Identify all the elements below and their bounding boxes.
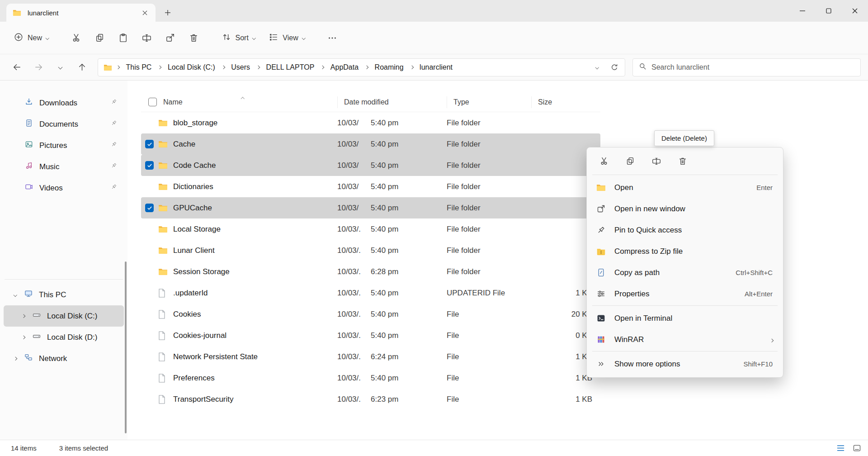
breadcrumb-this-pc[interactable]: This PC <box>122 61 156 74</box>
pin-icon <box>110 162 118 171</box>
column-header-type[interactable]: Type <box>447 96 531 108</box>
maximize-button[interactable] <box>816 0 842 22</box>
menu-item-winrar[interactable]: WinRAR <box>589 329 781 350</box>
folder-icon <box>158 119 169 128</box>
menu-item-open-in-new-window[interactable]: Open in new window <box>589 198 781 219</box>
breadcrumb-dell-laptop[interactable]: DELL LAPTOP <box>262 61 319 74</box>
sidebar-item-documents[interactable]: Documents <box>4 114 124 135</box>
column-header-size[interactable]: Size <box>531 96 600 108</box>
menu-item-pin-to-quick-access[interactable]: Pin to Quick access <box>589 219 781 241</box>
sidebar-item-label: Pictures <box>39 141 67 150</box>
sidebar-item-this-pc[interactable]: This PC <box>4 284 124 305</box>
file-row[interactable]: blob_storage 10/03/5:40 pm File folder <box>141 112 600 133</box>
sidebar-item-local-disk-c[interactable]: Local Disk (C:) <box>4 305 124 327</box>
new-button[interactable]: New <box>8 28 54 48</box>
chevron-right-icon[interactable] <box>21 336 26 339</box>
copy-button[interactable] <box>90 28 110 48</box>
plus-circle-icon <box>14 32 24 44</box>
search-box[interactable] <box>632 58 861 76</box>
file-icon <box>158 331 169 340</box>
column-header-name[interactable]: Name <box>141 98 337 106</box>
recent-locations-button[interactable] <box>51 58 70 76</box>
chevron-right-icon[interactable] <box>21 315 26 318</box>
select-all-checkbox[interactable] <box>148 98 157 106</box>
breadcrumb-roaming[interactable]: Roaming <box>371 61 408 74</box>
back-button[interactable] <box>7 58 26 76</box>
sidebar-scrollbar[interactable] <box>125 261 127 433</box>
up-button[interactable] <box>72 58 91 76</box>
menu-divider <box>592 175 778 175</box>
winrar-icon <box>596 335 609 344</box>
menu-item-compress-to-zip[interactable]: Compress to Zip file <box>589 241 781 262</box>
sort-button[interactable]: Sort <box>216 28 261 48</box>
column-header-date-modified[interactable]: Date modified <box>337 96 447 108</box>
breadcrumb-lunarclient[interactable]: lunarclient <box>415 61 457 74</box>
delete-button[interactable] <box>184 28 204 48</box>
sidebar-item-music[interactable]: Music <box>4 156 124 177</box>
file-row[interactable]: Code Cache 10/03/5:40 pm File folder <box>141 155 600 176</box>
view-button[interactable]: View <box>263 28 310 48</box>
sidebar-item-pictures[interactable]: Pictures <box>4 135 124 156</box>
share-button[interactable] <box>160 28 181 48</box>
explorer-tab[interactable]: lunarclient <box>6 4 156 22</box>
details-view-toggle[interactable] <box>834 442 847 455</box>
sidebar-item-local-disk-d[interactable]: Local Disk (D:) <box>4 327 124 348</box>
network-icon <box>24 353 33 364</box>
file-row[interactable]: .updaterId 10/03/.5:40 pm UPDATERID File… <box>141 282 600 304</box>
close-button[interactable] <box>842 0 868 22</box>
copy-button[interactable] <box>619 152 641 170</box>
file-row[interactable]: Dictionaries 10/03/5:40 pm File folder <box>141 176 600 197</box>
status-bar: 14 items 3 items selected <box>0 440 868 456</box>
delete-button[interactable] <box>672 152 693 170</box>
new-tab-button[interactable] <box>160 5 175 20</box>
rename-button[interactable] <box>646 152 667 170</box>
breadcrumb-local-disk-c[interactable]: Local Disk (C:) <box>164 61 219 74</box>
properties-icon <box>596 289 609 299</box>
file-row[interactable]: Cookies-journal 10/03/.5:40 pm File 0 KB <box>141 325 600 346</box>
row-checkbox[interactable] <box>145 140 154 148</box>
menu-item-open[interactable]: Open Enter <box>589 177 781 198</box>
cut-button[interactable] <box>593 152 615 170</box>
file-row[interactable]: GPUCache 10/03/5:40 pm File folder <box>141 197 600 218</box>
paste-button[interactable] <box>113 28 134 48</box>
file-name: blob_storage <box>173 119 217 128</box>
search-input[interactable] <box>651 63 855 71</box>
row-checkbox[interactable] <box>145 161 154 170</box>
sidebar-item-videos[interactable]: Videos <box>4 177 124 199</box>
drive-icon <box>32 332 41 343</box>
chevron-right-icon[interactable] <box>13 357 18 360</box>
address-dropdown-button[interactable] <box>590 60 605 75</box>
view-icon <box>269 32 278 44</box>
file-row[interactable]: Cache 10/03/5:40 pm File folder <box>141 133 600 155</box>
minimize-button[interactable] <box>789 0 816 22</box>
file-row[interactable]: Lunar Client 10/03/.5:40 pm File folder <box>141 240 600 261</box>
file-row[interactable]: TransportSecurity 10/03/.6:23 pm File 1 … <box>141 389 600 410</box>
thumbnail-view-toggle[interactable] <box>850 442 863 455</box>
sidebar-item-downloads[interactable]: Downloads <box>4 92 124 114</box>
menu-item-open-in-terminal[interactable]: Open in Terminal <box>589 308 781 329</box>
sidebar-item-network[interactable]: Network <box>4 348 124 369</box>
chevron-down-icon[interactable] <box>13 294 18 296</box>
more-options-button[interactable] <box>322 28 343 48</box>
file-row[interactable]: Cookies 10/03/.5:40 pm File 20 KB <box>141 304 600 325</box>
file-row[interactable]: Network Persistent State 10/03/.6:24 pm … <box>141 346 600 367</box>
file-name: Local Storage <box>173 225 221 234</box>
breadcrumb-users[interactable]: Users <box>227 61 254 74</box>
menu-item-show-more-options[interactable]: Show more options Shift+F10 <box>589 353 781 375</box>
file-name: Code Cache <box>173 161 216 170</box>
file-name: GPUCache <box>173 204 212 213</box>
address-bar[interactable]: This PC Local Disk (C:) Users DELL LAPTO… <box>98 58 625 76</box>
cut-button[interactable] <box>66 28 87 48</box>
forward-button[interactable] <box>29 58 48 76</box>
menu-item-properties[interactable]: Properties Alt+Enter <box>589 283 781 304</box>
breadcrumb-appdata[interactable]: AppData <box>326 61 363 74</box>
menu-item-copy-as-path[interactable]: Copy as path Ctrl+Shift+C <box>589 262 781 283</box>
refresh-button[interactable] <box>607 60 622 75</box>
file-row[interactable]: Preferences 10/03/.5:40 pm File 1 KB <box>141 367 600 389</box>
file-row[interactable]: Session Storage 10/03/.6:28 pm File fold… <box>141 261 600 282</box>
pin-icon <box>596 225 609 235</box>
file-row[interactable]: Local Storage 10/03/.5:40 pm File folder <box>141 218 600 240</box>
tab-close-icon[interactable] <box>138 6 151 19</box>
rename-button[interactable] <box>137 28 157 48</box>
row-checkbox[interactable] <box>145 204 154 212</box>
